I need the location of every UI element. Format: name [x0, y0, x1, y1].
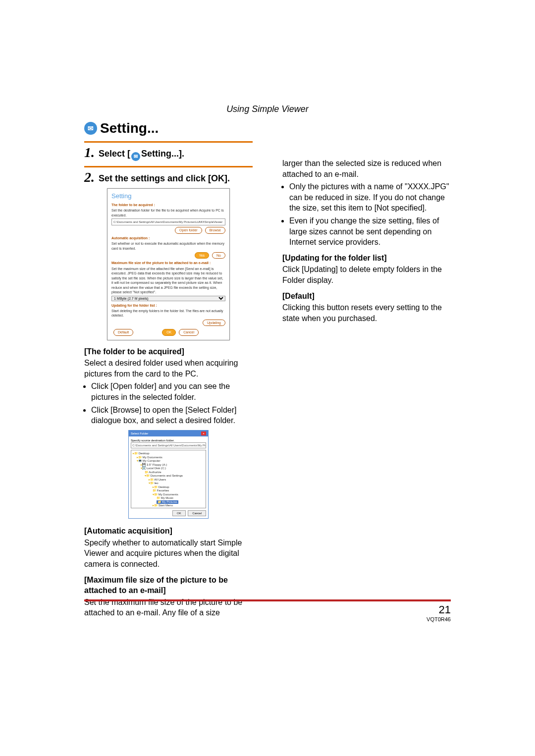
- dialog-titlebar: Select Folder ×: [129, 431, 208, 436]
- group-label: The folder to be acquired :: [111, 203, 225, 207]
- subheading: [Updating for the folder list]: [282, 253, 451, 264]
- step-text: Set the settings and click [OK].: [99, 170, 230, 184]
- browse-button[interactable]: Browse: [205, 227, 225, 233]
- mail-icon: [131, 152, 140, 161]
- subheading: [Default]: [282, 291, 451, 302]
- group-description: Set the maximum size of the attached fil…: [111, 267, 225, 295]
- body-text: Select a desired folder used when acquir…: [84, 358, 253, 379]
- ok-button[interactable]: OK: [172, 510, 186, 516]
- path-input[interactable]: C:\Documents and Settings\All Users\Docu…: [131, 442, 206, 448]
- group-label: Updating for the folder list :: [111, 303, 225, 308]
- dialog-label: Specify source destination folder.: [131, 438, 206, 442]
- page-footer: 21 VQT0R46: [84, 599, 451, 622]
- default-button[interactable]: Default: [113, 329, 133, 335]
- divider: [84, 166, 253, 167]
- group-description: Set whether or not to execute the automa…: [111, 241, 225, 251]
- group-label: Automatic acquisition :: [111, 236, 225, 240]
- body-text: larger than the selected size is reduced…: [282, 158, 451, 179]
- group-description: Start deleting the empty folders in the …: [111, 309, 225, 318]
- open-folder-button[interactable]: Open folder: [175, 227, 202, 233]
- group-description: Set the destination folder for the file …: [111, 208, 225, 217]
- step1-prefix: Select [: [99, 149, 130, 159]
- cancel-button[interactable]: Cancel: [188, 510, 206, 516]
- body-text: Specify whether to automatically start S…: [84, 538, 253, 570]
- bullet-list: Only the pictures with a name of "XXXX.J…: [289, 181, 451, 248]
- folder-path-input[interactable]: C:\Documents and Settings\All Users\Docu…: [111, 218, 225, 225]
- section-title-text: Setting...: [100, 120, 159, 136]
- two-column-layout: 1. Select [Setting...]. 2. Set the setti…: [84, 136, 451, 619]
- list-item: Even if you change the size setting, fil…: [289, 216, 451, 248]
- page-number: 21: [84, 603, 451, 616]
- dialog-title: Select Folder: [131, 432, 148, 435]
- left-column: 1. Select [Setting...]. 2. Set the setti…: [84, 136, 253, 619]
- body-text: Click [Updating] to delete empty folders…: [282, 264, 451, 285]
- list-item: Only the pictures with a name of "XXXX.J…: [289, 181, 451, 214]
- browse-dialog-screenshot: Select Folder × Specify source destinati…: [128, 430, 209, 519]
- document-code: VQT0R46: [84, 616, 451, 622]
- cancel-button[interactable]: Cancel: [179, 329, 199, 335]
- step-1: 1. Select [Setting...].: [84, 146, 253, 161]
- right-column: larger than the selected size is reduced…: [282, 136, 451, 619]
- footer-rule: [84, 599, 451, 601]
- step-text: Select [Setting...].: [99, 146, 184, 161]
- body-text: Clicking this button resets every settin…: [282, 302, 451, 324]
- yes-button[interactable]: Yes: [195, 252, 209, 259]
- chapter-header: Using Simple Viewer: [84, 104, 451, 114]
- max-size-select[interactable]: 1 MByte (2.7 M pixels): [111, 296, 225, 301]
- folder-tree[interactable]: ▸📁 Desktop ▸📁 My Documents ▾💻 My Compute…: [131, 450, 206, 508]
- list-item: Click [Browse] to open the [Select Folde…: [91, 405, 253, 426]
- close-icon[interactable]: ×: [201, 432, 206, 435]
- subheading: [The folder to be acquired]: [84, 346, 253, 357]
- step1-suffix: Setting...].: [141, 149, 184, 159]
- list-item: Click [Open folder] and you can see the …: [91, 381, 253, 402]
- dialog-title: Setting: [111, 192, 225, 201]
- divider: [84, 141, 253, 143]
- bullet-list: Click [Open folder] and you can see the …: [91, 381, 253, 426]
- group-label: Maximum file size of the picture to be a…: [111, 261, 225, 265]
- no-button[interactable]: No: [212, 252, 225, 259]
- step-number: 1.: [84, 146, 95, 160]
- setting-dialog-screenshot: Setting The folder to be acquired : Set …: [107, 188, 230, 340]
- selected-folder[interactable]: 📁 My Pictures: [157, 500, 178, 504]
- ok-button[interactable]: OK: [162, 329, 176, 335]
- subheading: [Automatic acquisition]: [84, 526, 253, 537]
- step-number: 2.: [84, 170, 95, 184]
- document-page: Using Simple Viewer Setting... 1. Select…: [84, 104, 451, 619]
- subheading: [Maximum file size of the picture to be …: [84, 575, 253, 596]
- mail-icon: [84, 122, 97, 135]
- updating-button[interactable]: Updating: [203, 320, 225, 326]
- section-title: Setting...: [84, 120, 451, 136]
- step-2: 2. Set the settings and click [OK].: [84, 170, 253, 184]
